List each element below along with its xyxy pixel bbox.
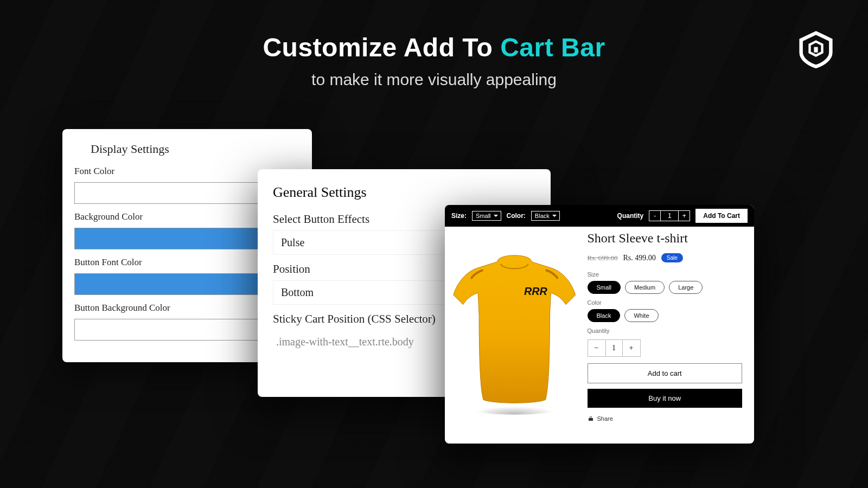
price-old: Rs. 699.00 bbox=[588, 254, 618, 262]
hero-title-pre: Customize Add To bbox=[263, 33, 500, 62]
hero-title: Customize Add To Cart Bar bbox=[0, 33, 868, 62]
product-qty-minus[interactable]: − bbox=[588, 340, 605, 356]
size-option-label: Size bbox=[588, 271, 743, 278]
svg-rect-0 bbox=[814, 47, 818, 53]
color-option-black[interactable]: Black bbox=[588, 309, 621, 322]
size-option-small[interactable]: Small bbox=[588, 281, 621, 294]
size-option-large[interactable]: Large bbox=[669, 281, 703, 294]
cartbar-size-label: Size: bbox=[451, 212, 467, 220]
brand-logo-icon bbox=[796, 30, 835, 69]
product-image: RRR bbox=[445, 227, 584, 444]
hero-subtitle: to make it more visually appealing bbox=[0, 70, 868, 89]
buy-now-button[interactable]: Buy it now bbox=[588, 389, 743, 408]
product-title: Short Sleeve t-shirt bbox=[588, 231, 743, 246]
cartbar-qty-label: Quantity bbox=[617, 212, 644, 220]
add-to-cart-button[interactable]: Add to cart bbox=[588, 363, 743, 383]
color-option-white[interactable]: White bbox=[624, 309, 658, 322]
svg-text:RRR: RRR bbox=[524, 285, 547, 297]
sale-badge: Sale bbox=[661, 253, 683, 262]
sticky-cart-bar: Size: Small Color: Black Quantity - 1 + … bbox=[445, 205, 754, 227]
color-options: Black White bbox=[588, 309, 743, 322]
product-qty-plus[interactable]: + bbox=[623, 340, 640, 356]
general-settings-heading: General Settings bbox=[273, 184, 535, 201]
hero-title-accent: Cart Bar bbox=[500, 33, 605, 62]
cartbar-qty-plus[interactable]: + bbox=[679, 211, 690, 221]
share-label: Share bbox=[597, 415, 613, 422]
share-link[interactable]: Share bbox=[588, 415, 743, 422]
product-qty-stepper: − 1 + bbox=[588, 339, 641, 357]
display-settings-heading: Display Settings bbox=[91, 142, 300, 156]
color-option-label: Color bbox=[588, 299, 743, 306]
cartbar-add-button[interactable]: Add To Cart bbox=[695, 209, 748, 223]
cartbar-qty-stepper: - 1 + bbox=[649, 210, 690, 221]
size-options: Small Medium Large bbox=[588, 281, 743, 294]
price-new: Rs. 499.00 bbox=[623, 254, 655, 262]
cartbar-size-select[interactable]: Small bbox=[472, 211, 501, 221]
share-icon bbox=[588, 415, 594, 422]
qty-option-label: Quantity bbox=[588, 328, 743, 334]
product-preview-panel: Size: Small Color: Black Quantity - 1 + … bbox=[445, 205, 754, 444]
cartbar-color-label: Color: bbox=[507, 212, 526, 220]
cartbar-color-select[interactable]: Black bbox=[531, 211, 560, 221]
price-row: Rs. 699.00 Rs. 499.00 Sale bbox=[588, 253, 743, 262]
product-qty-value: 1 bbox=[605, 340, 623, 356]
cartbar-qty-value: 1 bbox=[660, 211, 679, 221]
cartbar-qty-minus[interactable]: - bbox=[649, 211, 660, 221]
size-option-medium[interactable]: Medium bbox=[625, 281, 665, 294]
